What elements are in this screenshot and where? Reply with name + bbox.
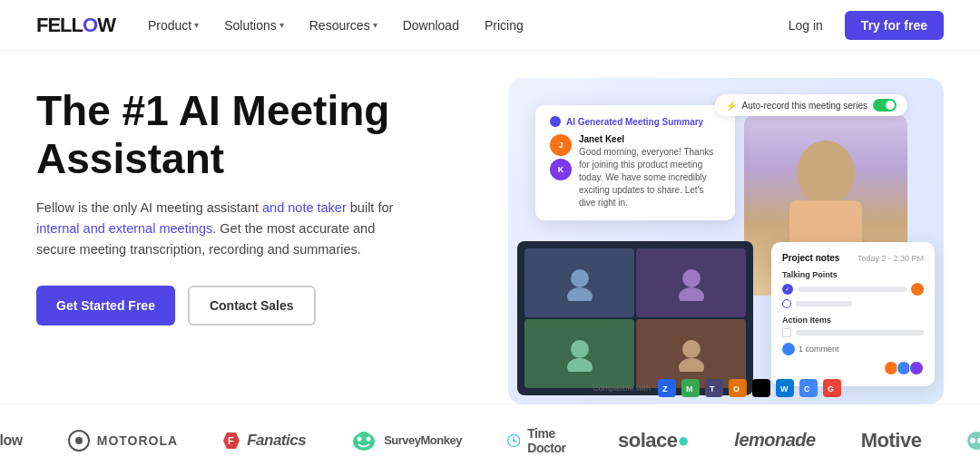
solace-label: solace●: [618, 429, 689, 452]
logo-lemonade: lemonade: [734, 430, 815, 451]
logo-motorola: motorola: [68, 430, 178, 452]
surveymonkey-icon: [351, 431, 377, 451]
auto-record-chip: ⚡ Auto-record this meeting series: [715, 94, 907, 116]
compatible-icons: Z M T O W C: [658, 379, 841, 397]
svg-point-38: [970, 438, 975, 443]
lemonade-label: lemonade: [734, 430, 815, 451]
meeting-participant-4: [636, 319, 746, 388]
ai-summary-label: AI Generated Meeting Summary: [566, 117, 703, 127]
notes-line-1: [798, 287, 906, 292]
user-message: Good morning, everyone! Thanks for joini…: [579, 146, 720, 209]
svg-text:C: C: [804, 384, 810, 393]
get-started-button[interactable]: Get Started Free: [36, 286, 175, 325]
nav-pricing[interactable]: Pricing: [485, 18, 524, 33]
laptop-meeting: [517, 241, 753, 395]
chevron-down-icon: ▾: [194, 20, 199, 30]
notes-title: Project notes: [782, 253, 839, 263]
ai-summary-user: J K Janet Keel Good morning, everyone! T…: [550, 134, 720, 209]
talking-points-label: Talking Points: [782, 270, 924, 279]
hero-visual: ⚡ Auto-record this meeting series AI Gen…: [490, 78, 944, 404]
notes-avatars: [782, 361, 924, 375]
comment-count: 1 comment: [799, 345, 839, 354]
user-avatar-2: K: [550, 159, 572, 180]
motive-label: Motive: [861, 429, 922, 452]
assignee-avatar-1: [911, 283, 924, 296]
hero-section: The #1 AI Meeting Assistant Fellow is th…: [0, 51, 980, 403]
apple-icon: [752, 379, 770, 397]
svg-point-6: [679, 287, 704, 301]
gmail-icon: G: [823, 379, 841, 397]
auto-record-toggle[interactable]: [873, 99, 897, 112]
notes-time: Today 2 - 2:30 PM: [858, 254, 924, 263]
svg-text:F: F: [228, 435, 234, 446]
fanatics-icon: F: [223, 431, 240, 451]
try-free-button[interactable]: Try for free: [845, 11, 944, 40]
outlook-icon: O: [729, 379, 747, 397]
notes-header: Project notes Today 2 - 2:30 PM: [782, 253, 924, 263]
hero-buttons: Get Started Free Contact Sales: [36, 286, 472, 325]
svg-point-8: [567, 358, 593, 372]
contact-sales-button[interactable]: Contact Sales: [188, 286, 316, 325]
svg-point-27: [75, 437, 83, 444]
notes-avatar-3: [909, 361, 924, 375]
svg-point-3: [571, 269, 589, 287]
svg-text:G: G: [828, 384, 834, 393]
nav-download[interactable]: Download: [403, 18, 459, 33]
webflow-label: Webflow: [0, 432, 23, 449]
login-button[interactable]: Log in: [778, 13, 834, 38]
nav-solutions[interactable]: Solutions ▾: [224, 18, 284, 33]
svg-text:Z: Z: [662, 384, 668, 393]
svg-point-32: [367, 436, 371, 441]
fanatics-label: Fanatics: [247, 432, 306, 450]
logo-surveymonkey: SurveyMonkey: [351, 431, 462, 451]
meeting-participant-3: [524, 319, 634, 388]
notes-item-2: [782, 299, 924, 308]
svg-text:W: W: [780, 384, 789, 393]
nav-links: Product ▾ Solutions ▾ Resources ▾ Downlo…: [148, 18, 778, 33]
project-notes-card: Project notes Today 2 - 2:30 PM Talking …: [771, 242, 935, 386]
logo-fanatics: F Fanatics: [223, 431, 306, 451]
navigation: FELLOW Product ▾ Solutions ▾ Resources ▾…: [0, 0, 980, 51]
user-avatar-1: J: [550, 134, 572, 156]
timedoctor-icon: [507, 431, 520, 451]
action-items-section: Action Items 1 comment: [782, 316, 924, 355]
circle-icon: [782, 299, 791, 308]
chevron-down-icon: ▾: [279, 20, 284, 30]
meet-icon: M: [681, 379, 700, 397]
meeting-participant-1: [524, 248, 634, 317]
meeting-participant-2: [636, 248, 746, 317]
svg-text:M: M: [686, 384, 693, 393]
talking-points-section: Talking Points: [782, 270, 924, 308]
logo-webflow: Webflow: [0, 432, 23, 450]
check-icon-1: [782, 284, 793, 295]
action-items-label: Action Items: [782, 316, 924, 325]
notes-item-1: [782, 283, 924, 296]
action-item-1: [782, 328, 924, 337]
logo-solace: solace●: [618, 429, 689, 452]
svg-point-31: [358, 436, 362, 441]
nav-actions: Log in Try for free: [778, 11, 944, 40]
windows-icon: W: [776, 379, 794, 397]
motorola-icon: [68, 430, 90, 452]
notes-line-2: [796, 301, 852, 306]
zoom-icon: Z: [658, 379, 676, 397]
svg-point-9: [682, 340, 701, 358]
vidyard-icon: [966, 431, 980, 451]
chrome-icon: C: [799, 379, 818, 397]
auto-record-icon: ⚡: [726, 101, 737, 111]
logo[interactable]: FELLOW: [36, 14, 115, 37]
svg-point-4: [567, 287, 593, 301]
svg-text:O: O: [733, 384, 740, 393]
nav-product[interactable]: Product ▾: [148, 18, 199, 33]
hero-title: The #1 AI Meeting Assistant: [36, 87, 472, 183]
hero-subtitle: Fellow is the only AI meeting assistant …: [36, 198, 399, 261]
meeting-screen: [517, 241, 753, 395]
user-info: Janet Keel Good morning, everyone! Thank…: [579, 134, 720, 209]
compatible-with-row: Compatible with Z M T O W: [593, 379, 841, 397]
timedoctor-label: Time Doctor: [527, 426, 573, 455]
ai-summary-card: AI Generated Meeting Summary J K Janet K…: [535, 105, 735, 220]
svg-rect-19: [755, 382, 768, 394]
hero-text: The #1 AI Meeting Assistant Fellow is th…: [36, 78, 472, 325]
motorola-label: motorola: [97, 433, 178, 448]
nav-resources[interactable]: Resources ▾: [309, 18, 377, 33]
